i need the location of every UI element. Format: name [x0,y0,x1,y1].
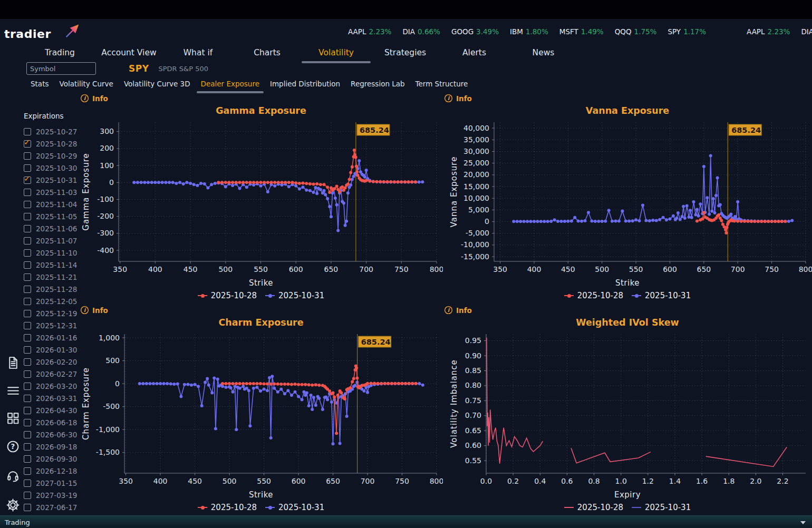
subtab-term-structure[interactable]: Term Structure [411,78,472,92]
logo-text: tradier [4,27,51,41]
expiration-date-label: 2026-09-30 [36,455,77,463]
checkbox-unchecked[interactable] [24,249,31,257]
svg-text:0.80: 0.80 [465,381,481,389]
checkbox-unchecked[interactable] [24,443,31,451]
checkbox-unchecked[interactable] [24,383,31,390]
checkbox-unchecked[interactable] [24,298,31,305]
checkbox-unchecked[interactable] [24,346,31,354]
legend-label: 2025-10-31 [278,291,324,300]
ticker-symbol: AAPL [747,27,765,36]
tradier-logo[interactable]: tradier [4,21,89,44]
legend-item[interactable]: 2025-10-31 [265,503,324,512]
checkbox-unchecked[interactable] [24,164,31,172]
info-button[interactable]: i Info [80,306,108,315]
chart-plot-area[interactable]: 3504004505005506006507007508003002001000… [79,119,443,277]
legend-item[interactable]: 2025-10-28 [564,291,623,300]
help-icon[interactable]: ? [6,439,20,454]
checkbox-unchecked[interactable] [24,419,31,426]
checkbox-checked[interactable] [24,140,31,148]
checkbox-unchecked[interactable] [24,310,31,317]
tab-alerts[interactable]: Alerts [440,45,509,62]
info-label: Info [456,94,472,103]
ticker-item: QQQ1.75% [615,27,657,36]
checkbox-unchecked[interactable] [24,431,31,438]
tab-what-if[interactable]: What if [163,45,233,62]
legend-item[interactable]: 2025-10-31 [265,291,324,300]
svg-text:0.75: 0.75 [465,396,481,405]
checkbox-unchecked[interactable] [24,286,31,293]
subtab-dealer-exposure[interactable]: Dealer Exposure [197,78,264,92]
checkbox-unchecked[interactable] [24,467,31,475]
legend-dot-line-marker [198,295,207,296]
checkbox-unchecked[interactable] [24,152,31,160]
info-button[interactable]: i Info [80,94,108,103]
menu-icon[interactable] [6,384,20,398]
chart-panel-vanna-exposure: i Info Vanna Exposure 350400450500550600… [443,93,812,314]
checkbox-unchecked[interactable] [24,201,31,208]
subtab-volatility-curve[interactable]: Volatility Curve [55,78,117,92]
settings-icon[interactable] [6,498,20,512]
checkbox-unchecked[interactable] [24,504,31,511]
svg-text:1.0: 1.0 [615,477,627,485]
tab-news[interactable]: News [509,45,578,62]
checkbox-unchecked[interactable] [24,370,31,378]
tab-charts[interactable]: Charts [233,45,302,62]
svg-text:550: 550 [254,265,268,273]
info-button[interactable]: i Info [444,306,472,315]
checkbox-unchecked[interactable] [24,225,31,232]
checkbox-unchecked[interactable] [24,407,31,414]
info-button[interactable]: i Info [444,94,472,103]
headset-icon[interactable] [6,468,20,483]
subtab-stats[interactable]: Stats [26,78,53,92]
checkbox-unchecked[interactable] [24,128,31,135]
chart-plot-area[interactable]: 3504004505005506006507007508001,0005000-… [79,331,443,489]
svg-text:300: 300 [100,127,114,135]
checkbox-unchecked[interactable] [24,237,31,245]
subtab-volatility-curve-3d[interactable]: Volatility Curve 3D [120,78,195,92]
info-label: Info [456,306,472,315]
svg-text:-15,000: -15,000 [461,252,489,261]
chart-plot-area[interactable]: 35040045050055060065070075080040,00035,0… [443,119,812,277]
checkbox-unchecked[interactable] [24,492,31,499]
legend-item[interactable]: 2025-10-28 [198,503,257,512]
checkbox-unchecked[interactable] [24,322,31,329]
svg-text:0: 0 [115,379,120,388]
tab-volatility[interactable]: Volatility [302,45,371,62]
legend-item[interactable]: 2025-10-31 [632,503,691,512]
legend-item[interactable]: 2025-10-28 [564,503,623,512]
chart-legend: 2025-10-282025-10-31 [443,291,812,300]
document-icon[interactable] [6,356,20,370]
checkbox-checked[interactable] [24,177,31,184]
legend-item[interactable]: 2025-10-28 [198,291,257,300]
checkbox-unchecked[interactable] [24,395,31,402]
checkbox-unchecked[interactable] [24,273,31,281]
info-icon: i [80,94,89,103]
svg-text:600: 600 [663,265,677,273]
subtab-implied-distribution[interactable]: Implied Distribution [266,78,344,92]
chart-plot-area[interactable]: 0.00.20.40.60.81.01.21.41.61.82.02.20.95… [443,331,812,489]
status-bar-label: Trading [5,519,30,526]
checkbox-unchecked[interactable] [24,358,31,366]
grid-icon[interactable] [6,411,20,425]
svg-text:685.24: 685.24 [360,126,389,134]
symbol-input[interactable] [26,62,96,75]
svg-text:750: 750 [394,265,409,273]
tab-trading[interactable]: Trading [25,45,94,62]
expiration-date-label: 2025-11-04 [36,200,77,209]
tab-strategies[interactable]: Strategies [371,45,440,62]
tab-account-view[interactable]: Account View [94,45,163,62]
svg-text:0.60: 0.60 [465,441,481,449]
checkbox-unchecked[interactable] [24,455,31,463]
legend-item[interactable]: 2025-10-31 [632,291,691,300]
checkbox-unchecked[interactable] [24,189,31,196]
checkbox-unchecked[interactable] [24,261,31,269]
checkbox-unchecked[interactable] [24,480,31,487]
chevron-down-icon[interactable] [800,521,806,524]
svg-text:1.2: 1.2 [642,477,654,485]
chart-panel-gamma-exposure: i Info Gamma Exposure 350400450500550600… [79,93,443,314]
subtab-regression-lab[interactable]: Regression Lab [346,78,409,92]
expiration-date-label: 2025-12-31 [36,321,77,330]
status-bar-dropdown[interactable]: Trading [0,515,812,528]
checkbox-unchecked[interactable] [24,334,31,341]
checkbox-unchecked[interactable] [24,213,31,220]
